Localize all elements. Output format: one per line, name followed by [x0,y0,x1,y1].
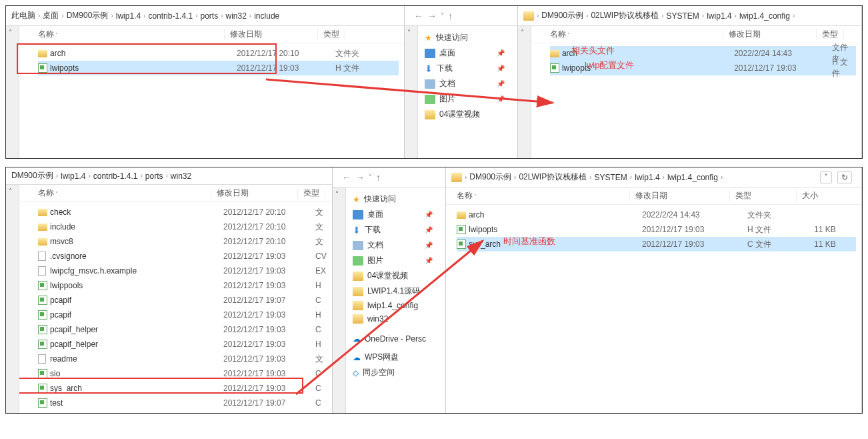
crumb[interactable]: lwip1.4_config [739,11,790,21]
file-row[interactable]: sys_arch 2012/12/17 19:03 C 文件 11 KB [457,237,856,252]
crumb[interactable]: win32 [171,171,191,181]
qa-folder[interactable]: LWIP1.4.1源码 [349,284,437,299]
crumb[interactable]: include [254,11,279,21]
breadcrumb-right-2[interactable]: › DM900示例› 02LWIP协议栈移植› SYSTEM› lwip1.4›… [446,167,861,187]
file-row[interactable]: lwipopts 2012/12/17 19:03 H 文件 [38,61,399,75]
crumb[interactable]: DM900示例 [11,170,53,181]
scroll-up-icon[interactable]: ˄ [407,29,411,36]
qa-wps[interactable]: ☁WPS网盘 [349,350,437,365]
columns-header[interactable]: 名称˄ 修改日期 类型 [19,26,404,43]
scrollbar[interactable]: ˄ [333,187,346,413]
file-row[interactable]: lwippools2012/12/17 19:03H [38,278,327,293]
crumb[interactable]: ports [200,11,218,21]
breadcrumb-left-2[interactable]: DM900示例› lwip1.4› contrib-1.4.1› ports› … [6,167,332,185]
qa-sync[interactable]: ◇同步空间 [349,365,437,380]
col-type[interactable]: 类型 [318,29,345,40]
dropdown-icon[interactable]: ˅ [369,173,372,181]
breadcrumb-right-1[interactable]: › DM900示例› 02LWIP协议栈移植› SYSTEM› lwip1.4›… [518,6,861,26]
col-type[interactable]: 类型 [730,190,797,201]
quick-access-header[interactable]: ★ 快速访问 [421,30,509,45]
file-row[interactable]: arch 2022/2/24 14:43 文件夹 [457,207,856,222]
crumb[interactable]: lwip1.4 [635,173,659,182]
refresh-button[interactable]: ↻ [837,171,852,183]
file-row[interactable]: check2012/12/17 20:10文 [38,205,327,220]
file-row[interactable]: msvc82012/12/17 20:10文 [38,234,327,249]
scrollbar[interactable]: ˄ [6,26,19,158]
file-row[interactable]: lwipcfg_msvc.h.example2012/12/17 19:03EX [38,264,327,278]
crumb[interactable]: ports [145,171,163,181]
file-row[interactable]: sys_arch2012/12/17 19:03C [38,381,327,396]
crumb[interactable]: win32 [226,11,247,21]
scrollbar[interactable]: ˄ [6,185,19,413]
file-row[interactable]: pcapif_helper2012/12/17 19:03C [38,322,327,337]
scrollbar[interactable]: ˄ [405,26,418,158]
crumb[interactable]: DM900示例 [67,10,109,21]
col-name[interactable]: 名称˄ [457,190,630,201]
crumb[interactable]: DM900示例 [541,10,583,21]
crumb[interactable]: SYSTEM [595,173,627,182]
up-icon[interactable]: ↑ [376,172,381,183]
crumb[interactable]: lwip1.4_config [667,173,718,182]
crumb[interactable]: lwip1.4 [707,11,731,21]
file-row[interactable]: pcapif_helper2012/12/17 19:03H [38,337,327,352]
crumb[interactable]: DM900示例 [469,171,511,183]
crumb[interactable]: 桌面 [43,10,59,21]
crumb[interactable]: 02LWIP协议栈移植 [519,171,587,183]
col-type[interactable]: 类型 [298,187,325,199]
crumb[interactable]: SYSTEM [667,11,699,21]
col-date[interactable]: 修改日期 [723,29,817,40]
file-row[interactable]: lwipopts 2012/12/17 19:03 H 文件 11 KB [457,222,856,237]
qa-pictures[interactable]: 图片📌 [349,253,437,268]
back-icon[interactable]: ← [342,172,351,183]
col-date[interactable]: 修改日期 [630,190,730,201]
file-row[interactable]: lwipopts 2012/12/17 19:03 H 文件 [550,61,856,75]
dropdown-icon[interactable]: ˅ [441,12,444,19]
columns-header[interactable]: 名称˄ 修改日期 类型 大小 [446,187,861,205]
scrollbar[interactable]: ˄ [518,26,531,158]
qa-documents[interactable]: 文档📌 [421,76,509,91]
file-row[interactable]: sio2012/12/17 19:03C [38,366,327,381]
qa-desktop[interactable]: 桌面📌 [349,207,437,222]
crumb[interactable]: 02LWIP协议栈移植 [591,10,659,21]
file-row[interactable]: arch 2022/2/24 14:43 文件夹 [550,46,856,61]
columns-header[interactable]: 名称˄ 修改日期 类型 [531,26,861,43]
crumb[interactable]: 此电脑 [11,10,35,21]
scroll-up-icon[interactable]: ˄ [9,29,12,36]
file-row[interactable]: test2012/12/17 19:07C [38,396,327,410]
col-name[interactable]: 名称˄ [550,29,723,40]
forward-icon[interactable]: → [427,11,437,21]
qa-pictures[interactable]: 图片📌 [421,91,509,107]
qa-downloads[interactable]: ⬇下载📌 [349,222,437,238]
col-size[interactable]: 大小 [797,190,823,201]
up-icon[interactable]: ↑ [448,11,453,21]
dropdown-button[interactable]: ˅ [820,171,832,183]
forward-icon[interactable]: → [355,172,365,183]
file-row[interactable]: pcapif2012/12/17 19:07C [38,293,327,308]
qa-documents[interactable]: 文档📌 [349,238,437,253]
columns-header[interactable]: 名称˄ 修改日期 类型 [19,185,332,202]
col-date[interactable]: 修改日期 [225,29,318,40]
crumb[interactable]: contrib-1.4.1 [93,171,138,181]
file-row[interactable]: .cvsignore2012/12/17 19:03CV [38,249,327,264]
col-date[interactable]: 修改日期 [211,187,298,199]
qa-folder[interactable]: 04课堂视频 [421,107,509,122]
scroll-up-icon[interactable]: ˄ [335,190,339,197]
col-name[interactable]: 名称˄ [38,29,225,40]
scroll-up-icon[interactable]: ˄ [521,29,524,36]
file-row[interactable]: arch 2012/12/17 20:10 文件夹 [38,46,399,61]
crumb[interactable]: lwip1.4 [61,171,85,181]
back-icon[interactable]: ← [414,11,423,21]
qa-folder[interactable]: win32 [349,312,437,326]
col-name[interactable]: 名称˄ [38,187,211,199]
qa-folder[interactable]: lwip1.4_config [349,299,437,312]
scroll-up-icon[interactable]: ˄ [9,187,12,195]
qa-desktop[interactable]: 桌面📌 [421,45,509,61]
file-row[interactable]: pcapif2012/12/17 19:03H [38,308,327,322]
quick-access-header[interactable]: ★ 快速访问 [349,191,437,207]
breadcrumb-left-1[interactable]: 此电脑› 桌面› DM900示例› lwip1.4› contrib-1.4.1… [6,6,404,26]
file-row[interactable]: include2012/12/17 20:10文 [38,220,327,234]
qa-downloads[interactable]: ⬇下载📌 [421,61,509,76]
file-row[interactable]: readme2012/12/17 19:03文 [38,352,327,366]
qa-folder[interactable]: 04课堂视频 [349,268,437,284]
col-type[interactable]: 类型 [817,29,844,40]
